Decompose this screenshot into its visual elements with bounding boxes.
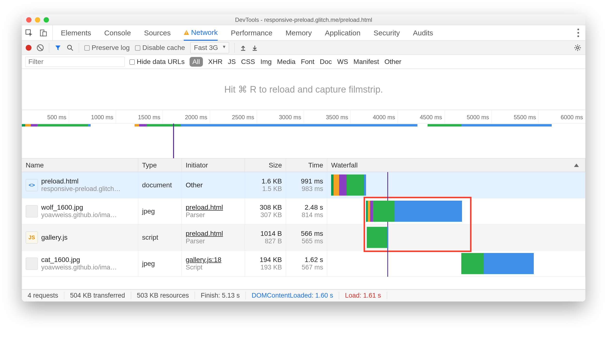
toggle-device-icon[interactable] bbox=[40, 29, 47, 37]
table-header-row: Name Type Initiator Size Time Waterfall bbox=[22, 158, 585, 172]
clear-button[interactable] bbox=[37, 44, 44, 51]
waterfall-segment bbox=[461, 253, 484, 274]
filter-type-css[interactable]: CSS bbox=[241, 58, 255, 66]
record-button[interactable] bbox=[26, 45, 31, 51]
waterfall-cell[interactable] bbox=[327, 172, 585, 198]
timeline-tick: 3500 ms bbox=[304, 110, 351, 123]
filter-type-other[interactable]: Other bbox=[384, 58, 401, 66]
waterfall-segment bbox=[387, 227, 388, 248]
tab-memory[interactable]: Memory bbox=[286, 25, 312, 40]
request-name: cat_1600.jpg bbox=[41, 256, 117, 264]
svg-point-7 bbox=[576, 47, 579, 49]
file-type-icon bbox=[26, 258, 38, 270]
file-type-icon: <> bbox=[26, 179, 38, 191]
waterfall-segment bbox=[333, 174, 339, 195]
waterfall-cell[interactable] bbox=[327, 198, 585, 224]
table-row[interactable]: wolf_1600.jpgyoavweiss.github.io/ima…jpe… bbox=[22, 198, 585, 224]
tab-sources[interactable]: Sources bbox=[144, 25, 171, 40]
waterfall-segment bbox=[331, 174, 333, 195]
filmstrip-hint: Hit ⌘ R to reload and capture filmstrip. bbox=[22, 69, 585, 110]
filter-type-media[interactable]: Media bbox=[277, 58, 295, 66]
request-time: 2.48 s814 ms bbox=[286, 198, 327, 224]
more-menu-icon[interactable] bbox=[574, 29, 582, 37]
file-type-icon bbox=[26, 205, 38, 217]
col-size[interactable]: Size bbox=[245, 158, 286, 172]
request-initiator[interactable]: gallery.js:18 bbox=[186, 256, 241, 264]
waterfall-segment bbox=[394, 201, 462, 222]
upload-har-icon[interactable] bbox=[240, 45, 246, 51]
timeline-tick: 1000 ms bbox=[69, 110, 116, 123]
request-time: 1.62 s567 ms bbox=[286, 251, 327, 276]
search-icon[interactable] bbox=[67, 44, 73, 51]
filter-type-doc[interactable]: Doc bbox=[320, 58, 332, 66]
disable-cache-checkbox[interactable]: Disable cache bbox=[135, 44, 185, 52]
col-type[interactable]: Type bbox=[138, 158, 182, 172]
filter-type-font[interactable]: Font bbox=[301, 58, 314, 66]
filter-toggle-icon[interactable] bbox=[54, 44, 61, 51]
download-har-icon[interactable] bbox=[252, 45, 258, 51]
window-title: DevTools - responsive-preload.glitch.me/… bbox=[22, 16, 585, 23]
hide-data-urls-checkbox[interactable]: Hide data URLs bbox=[130, 58, 185, 66]
tab-audits[interactable]: Audits bbox=[413, 25, 433, 40]
table-row[interactable]: JSgallery.jsscriptpreload.htmlParser1014… bbox=[22, 224, 585, 251]
tab-application[interactable]: Application bbox=[325, 25, 360, 40]
request-initiator[interactable]: preload.html bbox=[186, 230, 241, 237]
request-type: script bbox=[138, 224, 182, 250]
request-initiator[interactable]: preload.html bbox=[186, 204, 241, 211]
filter-type-all[interactable]: All bbox=[190, 57, 203, 67]
tab-console[interactable]: Console bbox=[104, 25, 131, 40]
waterfall-segment bbox=[339, 174, 347, 195]
waterfall-segment bbox=[373, 201, 394, 222]
table-row[interactable]: <>preload.htmlresponsive-preload.glitch…… bbox=[22, 172, 585, 198]
request-size: 194 KB193 KB bbox=[245, 251, 286, 276]
tab-elements[interactable]: Elements bbox=[61, 25, 91, 40]
status-requests: 4 requests bbox=[22, 292, 64, 299]
timeline-tick: 1500 ms bbox=[116, 110, 163, 123]
timeline-tick: 3000 ms bbox=[257, 110, 304, 123]
status-bar: 4 requests 504 KB transferred 503 KB res… bbox=[22, 289, 585, 301]
filter-type-xhr[interactable]: XHR bbox=[208, 58, 223, 66]
throttling-select[interactable]: Fast 3G bbox=[190, 42, 229, 53]
timeline-tick: 2000 ms bbox=[163, 110, 210, 123]
waterfall-cell[interactable] bbox=[327, 251, 585, 276]
timeline-tick: 4500 ms bbox=[397, 110, 445, 123]
svg-line-4 bbox=[71, 49, 73, 51]
table-row[interactable]: cat_1600.jpgyoavweiss.github.io/ima…jpeg… bbox=[22, 251, 585, 277]
request-name: wolf_1600.jpg bbox=[41, 204, 117, 211]
tab-performance[interactable]: Performance bbox=[231, 25, 273, 40]
tab-network[interactable]: Network bbox=[184, 26, 218, 41]
status-transferred: 504 KB transferred bbox=[64, 292, 131, 299]
waterfall-segment bbox=[484, 253, 534, 274]
settings-gear-icon[interactable] bbox=[574, 44, 581, 52]
timeline-overview[interactable]: 500 ms1000 ms1500 ms2000 ms2500 ms3000 m… bbox=[22, 110, 585, 158]
filter-type-js[interactable]: JS bbox=[228, 58, 236, 66]
request-name: preload.html bbox=[41, 177, 120, 185]
waterfall-cell[interactable] bbox=[327, 224, 585, 250]
timeline-playhead bbox=[173, 124, 174, 158]
preserve-log-checkbox[interactable]: Preserve log bbox=[84, 44, 130, 52]
col-time[interactable]: Time bbox=[286, 158, 327, 172]
filter-type-ws[interactable]: WS bbox=[337, 58, 348, 66]
timeline-tick: 500 ms bbox=[22, 110, 69, 123]
network-toolbar: Preserve log Disable cache Fast 3G bbox=[22, 41, 585, 55]
request-name: gallery.js bbox=[41, 234, 67, 241]
waterfall-segment bbox=[364, 174, 366, 195]
inspect-element-icon[interactable] bbox=[25, 29, 33, 37]
devtools-window: DevTools - responsive-preload.glitch.me/… bbox=[22, 14, 585, 301]
request-size: 308 KB307 KB bbox=[245, 198, 286, 224]
requests-table: Name Type Initiator Size Time Waterfall … bbox=[22, 158, 585, 289]
col-name[interactable]: Name bbox=[22, 158, 138, 172]
timeline-tick: 5000 ms bbox=[445, 110, 492, 123]
warning-icon bbox=[184, 30, 189, 35]
status-load: Load: 1.61 s bbox=[339, 292, 387, 299]
status-finish: Finish: 5.13 s bbox=[195, 292, 246, 299]
window-titlebar: DevTools - responsive-preload.glitch.me/… bbox=[22, 14, 585, 25]
status-resources: 503 KB resources bbox=[131, 292, 195, 299]
tab-security[interactable]: Security bbox=[374, 25, 400, 40]
filter-input[interactable] bbox=[25, 57, 125, 67]
filter-type-img[interactable]: Img bbox=[260, 58, 272, 66]
col-initiator[interactable]: Initiator bbox=[182, 158, 245, 172]
filter-type-manifest[interactable]: Manifest bbox=[354, 58, 379, 66]
col-waterfall[interactable]: Waterfall bbox=[327, 158, 585, 172]
request-time: 566 ms565 ms bbox=[286, 224, 327, 250]
